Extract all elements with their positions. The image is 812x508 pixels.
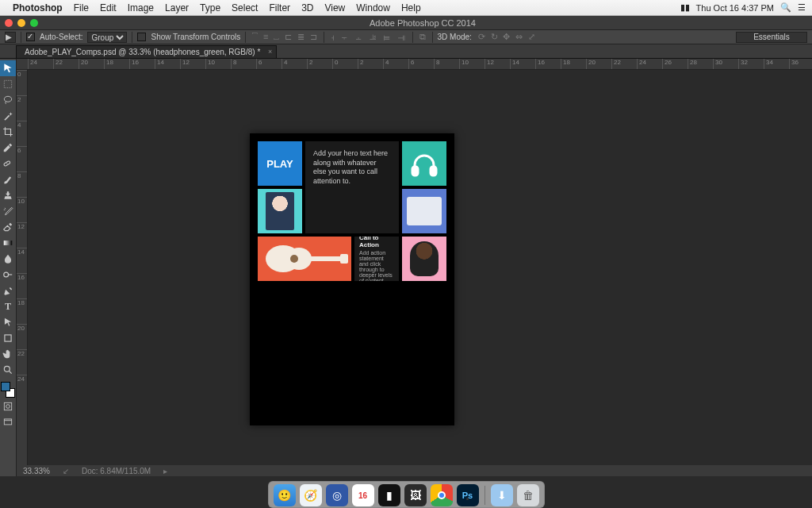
- tile-headphones: [402, 141, 446, 186]
- menu-file[interactable]: File: [74, 2, 89, 13]
- distribute-1-icon[interactable]: ⫞: [331, 33, 335, 42]
- zoom-readout[interactable]: 33.33%: [23, 467, 50, 475]
- document-viewport[interactable]: PLAY Add your hero text here along with …: [28, 70, 812, 465]
- docinfo[interactable]: Doc: 6.84M/115.0M: [82, 467, 151, 475]
- dock-terminal-icon[interactable]: ▮: [378, 484, 400, 506]
- tile-person2: [402, 237, 446, 281]
- dock-safari-icon[interactable]: 🧭: [300, 484, 322, 506]
- window-zoom-button[interactable]: [30, 19, 38, 27]
- tile-person: [258, 189, 302, 233]
- type-tool[interactable]: T: [0, 298, 16, 314]
- menu-3d[interactable]: 3D: [301, 2, 313, 13]
- dock-preview-icon[interactable]: 🖼: [404, 484, 427, 506]
- document-tab-label: Adobe_PLAY_Comps.psd @ 33.3% (headphones…: [25, 48, 260, 56]
- align-right-icon[interactable]: ⊐: [310, 32, 317, 41]
- dock-trash-icon[interactable]: 🗑: [517, 484, 539, 506]
- menu-type[interactable]: Type: [200, 2, 220, 13]
- healing-brush-tool[interactable]: [0, 156, 16, 171]
- quickmask-toggle[interactable]: [0, 398, 16, 414]
- menu-edit[interactable]: Edit: [100, 2, 117, 13]
- pen-tool[interactable]: [0, 283, 16, 298]
- docinfo-chevron-icon[interactable]: ▸: [163, 467, 167, 475]
- align-left-icon[interactable]: ⊏: [285, 32, 292, 41]
- history-brush-tool[interactable]: [0, 203, 16, 219]
- svg-rect-7: [4, 402, 11, 410]
- gradient-tool[interactable]: [0, 235, 16, 251]
- zoom-tool[interactable]: [0, 362, 16, 378]
- current-tool-icon[interactable]: ▶: [5, 32, 16, 43]
- align-top-icon[interactable]: ⎴: [252, 32, 258, 41]
- distribute-6-icon[interactable]: ⫣: [397, 33, 406, 42]
- document-tabstrip: Adobe_PLAY_Comps.psd @ 33.3% (headphones…: [0, 44, 812, 59]
- 3d-roll-icon[interactable]: ↻: [491, 32, 498, 41]
- auto-select-target-select[interactable]: Group: [87, 32, 127, 43]
- eraser-tool[interactable]: [0, 219, 16, 235]
- 3d-slide-icon[interactable]: ⇔: [515, 32, 523, 41]
- marquee-tool[interactable]: [0, 76, 16, 92]
- tile-keyboard: [402, 189, 446, 233]
- window-close-button[interactable]: [5, 19, 13, 27]
- svg-point-14: [290, 255, 298, 263]
- menu-window[interactable]: Window: [356, 2, 390, 13]
- distribute-icons: ⫞ ⫟ ⫠ ⫡ ⫢ ⫣: [329, 33, 408, 42]
- hand-tool[interactable]: [0, 346, 16, 362]
- battery-icon[interactable]: ▮▮: [680, 2, 690, 13]
- align-hcenter-icon[interactable]: ≣: [297, 32, 304, 41]
- menu-filter[interactable]: Filter: [269, 2, 290, 13]
- path-selection-tool[interactable]: [0, 314, 16, 330]
- auto-select-checkbox[interactable]: [26, 33, 35, 41]
- dock-finder-icon[interactable]: 🙂: [274, 484, 296, 506]
- 3d-pan-icon[interactable]: ✥: [503, 32, 510, 41]
- auto-select-label: Auto-Select:: [40, 33, 82, 41]
- menu-select[interactable]: Select: [232, 2, 258, 13]
- eyedropper-tool[interactable]: [0, 140, 16, 156]
- dock-downloads-icon[interactable]: ⬇: [491, 484, 513, 506]
- 3d-zoom-icon[interactable]: ⤢: [528, 32, 535, 41]
- foreground-background-swatch[interactable]: [0, 381, 16, 398]
- arrange-icon[interactable]: ⧉: [419, 32, 426, 41]
- distribute-3-icon[interactable]: ⫠: [354, 33, 363, 42]
- dock-compass-icon[interactable]: ◎: [326, 484, 348, 506]
- distribute-4-icon[interactable]: ⫡: [369, 33, 377, 42]
- lasso-tool[interactable]: [0, 92, 16, 108]
- app-menu[interactable]: Photoshop: [13, 2, 63, 13]
- tile-cta: Call to Action Add action statement and …: [354, 237, 399, 281]
- statusbar-icon[interactable]: ↙: [63, 467, 69, 475]
- menu-help[interactable]: Help: [401, 2, 421, 13]
- horizontal-ruler[interactable]: 2422201816141210864202468101214161820222…: [17, 59, 812, 70]
- artboard: PLAY Add your hero text here along with …: [250, 133, 454, 425]
- 3d-orbit-icon[interactable]: ⟳: [478, 32, 485, 41]
- dock-photoshop-icon[interactable]: Ps: [457, 484, 479, 506]
- shape-tool[interactable]: [0, 330, 16, 346]
- align-bottom-icon[interactable]: ⎵: [274, 32, 279, 41]
- align-vcenter-icon[interactable]: ≡: [263, 32, 268, 41]
- clone-stamp-tool[interactable]: [0, 187, 16, 203]
- dock-chrome-icon[interactable]: [431, 484, 453, 506]
- brush-tool[interactable]: [0, 171, 16, 187]
- document-tab[interactable]: Adobe_PLAY_Comps.psd @ 33.3% (headphones…: [16, 45, 277, 58]
- distribute-2-icon[interactable]: ⫟: [340, 33, 349, 42]
- distribute-5-icon[interactable]: ⫢: [383, 33, 392, 42]
- screenmode-toggle[interactable]: [0, 414, 16, 430]
- menu-image[interactable]: Image: [128, 2, 154, 13]
- foreground-color[interactable]: [1, 382, 10, 391]
- menu-layer[interactable]: Layer: [165, 2, 189, 13]
- close-document-icon[interactable]: ×: [268, 48, 272, 56]
- menu-view[interactable]: View: [324, 2, 345, 13]
- dock-calendar-icon[interactable]: 16: [352, 484, 374, 506]
- clock[interactable]: Thu Oct 16 4:37 PM: [696, 3, 774, 13]
- menu-extras-icon[interactable]: ☰: [798, 2, 806, 13]
- spotlight-icon[interactable]: 🔍: [780, 2, 791, 13]
- vertical-ruler[interactable]: 024681012141618202224: [17, 70, 28, 465]
- options-bar: ▶ Auto-Select: Group Show Transform Cont…: [0, 30, 812, 44]
- dodge-tool[interactable]: [0, 267, 16, 283]
- magic-wand-tool[interactable]: [0, 108, 16, 124]
- blur-tool[interactable]: [0, 251, 16, 267]
- crop-tool[interactable]: [0, 124, 16, 140]
- show-transform-checkbox[interactable]: [137, 33, 146, 41]
- move-tool[interactable]: [0, 60, 16, 76]
- svg-rect-3: [4, 241, 13, 245]
- window-minimize-button[interactable]: [17, 19, 25, 27]
- workspace-switcher[interactable]: Essentials: [736, 32, 807, 43]
- svg-rect-0: [4, 80, 11, 87]
